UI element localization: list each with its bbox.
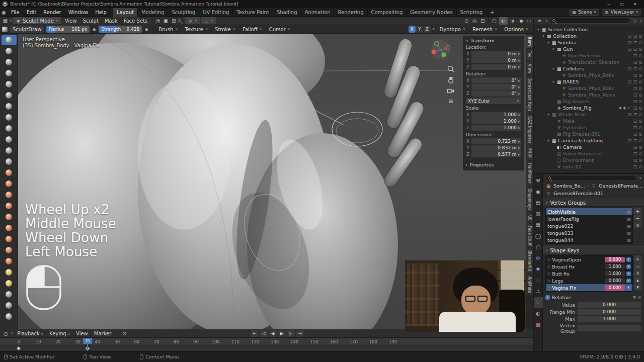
outliner-row[interactable]: ▼Male⊡⊙	[534, 118, 644, 124]
properties-tab-constraints[interactable]: ⚓	[534, 286, 543, 297]
workspace-tab-modeling[interactable]: Modeling	[138, 8, 169, 17]
render-visibility-icon[interactable]: ⊙	[638, 47, 642, 52]
vertex-group-item[interactable]: tongue044▤	[546, 236, 632, 243]
properties-options-icon[interactable]: ∨	[639, 176, 641, 180]
workspace-tab-compositing[interactable]: Compositing	[368, 8, 407, 17]
animate-decorator-icon[interactable]: ●	[518, 146, 520, 149]
filter-funnel-icon[interactable]: ▽	[632, 19, 637, 23]
viewport-menu-sculpt[interactable]: Sculpt	[80, 18, 102, 24]
properties-tab-tool[interactable]: ⚒	[534, 175, 543, 186]
menu-file[interactable]: File	[8, 8, 23, 17]
sculpt-tool-elastic-deform[interactable]	[2, 178, 17, 189]
outliner-row[interactable]: ✚Translocator Skeleton⊡⊙	[534, 59, 644, 65]
vertex-groups-panel-header[interactable]: ∨Vertex Groups	[543, 199, 644, 207]
workspace-tab-scripting[interactable]: Scripting	[457, 8, 487, 17]
dropdown-stroke[interactable]: Stroke∨	[212, 26, 238, 33]
caret-icon[interactable]: ▾	[551, 80, 556, 84]
animate-decorator-icon[interactable]: ●	[518, 85, 520, 88]
sculpt-tool-draw-face-sets[interactable]	[2, 278, 17, 289]
viewport-visibility-icon[interactable]: ⊡	[633, 158, 637, 163]
sidebar-tab-item[interactable]: Item	[526, 35, 533, 48]
strength-slider[interactable]: Strength 0.428	[99, 26, 142, 33]
properties-tab-render[interactable]: ◉	[534, 187, 543, 197]
properties-tab-material[interactable]: ◐	[534, 308, 543, 319]
jump-to-end-button[interactable]: ⇥	[296, 330, 304, 337]
outliner-row[interactable]: ✚Gun Skeleton⊡⊙	[534, 52, 644, 59]
dropdown-falloff[interactable]: Falloff∨	[239, 26, 265, 33]
radius-pressure-icon[interactable]: ◉	[92, 27, 97, 32]
transform-value-field[interactable]: 0 m●	[471, 51, 521, 57]
render-visibility-icon[interactable]: ⊙	[638, 73, 642, 78]
exclude-checkbox-icon[interactable]: ☑	[628, 112, 632, 117]
sculpt-tool-draw-sharp[interactable]	[2, 46, 17, 56]
sidebar-tab-view[interactable]: View	[526, 62, 533, 75]
dropdown-dyntopo[interactable]: Dyntopo∨	[436, 26, 468, 33]
viewport-visibility-icon[interactable]: ⊡	[633, 99, 637, 104]
dropdown-options[interactable]: Options∨	[501, 26, 531, 33]
perspective-toggle-icon[interactable]: ⊞	[447, 98, 455, 106]
shape-key-mute-checkbox[interactable]: ✓	[626, 257, 631, 262]
shape-key-item[interactable]: ◇Butt fix1.000✓	[546, 270, 632, 277]
transform-orientation-dropdown[interactable]: ◎∨	[185, 17, 200, 24]
outliner-row[interactable]: ▼sofa_02⊡⊙	[534, 163, 644, 170]
transform-value-field[interactable]: 0°●	[471, 77, 521, 83]
render-visibility-icon[interactable]: ⊙	[638, 145, 642, 150]
sculpt-tool-inflate[interactable]	[2, 90, 17, 101]
sculpt-tool-draw[interactable]	[2, 35, 17, 45]
navigation-gizmo[interactable]	[430, 40, 452, 60]
timeline-menu-marker[interactable]: Marker	[91, 331, 115, 336]
transform-panel-header[interactable]: ∨Transform	[466, 38, 521, 43]
range-max-field[interactable]: 1.000	[578, 316, 641, 322]
sculpt-tool-snake-hook[interactable]	[2, 190, 17, 200]
exclude-checkbox-icon[interactable]: ☑	[628, 47, 632, 52]
viewport-visibility-icon[interactable]: ⊡	[633, 86, 637, 91]
outliner-row[interactable]: ▾▩Scene Collection	[534, 26, 644, 33]
strength-pressure-icon[interactable]: ◉	[144, 27, 149, 32]
shading-solid-button[interactable]: ◐	[499, 17, 508, 25]
shape-key-value[interactable]: 1.000	[605, 264, 625, 269]
viewport-menu-mask[interactable]: Mask	[102, 18, 121, 24]
next-keyframe-button[interactable]: ▷	[287, 330, 295, 337]
shape-key-value[interactable]: 0.000	[605, 285, 625, 291]
outliner-row[interactable]: ▼Sombra_Phys_Penis⊡⊙	[534, 92, 644, 98]
animate-decorator-icon[interactable]: ●	[518, 79, 520, 82]
render-visibility-icon[interactable]: ⊙	[638, 86, 642, 91]
render-visibility-icon[interactable]: ⊙	[638, 125, 642, 130]
dropdown-texture[interactable]: Texture∨	[182, 26, 211, 33]
brush-preview-icon[interactable]	[2, 27, 8, 32]
play-button[interactable]: ▶	[278, 330, 286, 337]
workspace-tab-texture-paint[interactable]: Texture Paint	[233, 8, 273, 17]
viewport-visibility-icon[interactable]: ⊡	[633, 79, 637, 84]
properties-tab-physics[interactable]: ◌	[534, 275, 543, 286]
camera-view-icon[interactable]	[447, 87, 455, 95]
shape-key-item[interactable]: ◇Vagina Fix0.000✓	[546, 284, 632, 291]
timeline-menu-view[interactable]: View	[73, 331, 91, 336]
workspace-tab-shading[interactable]: Shading	[273, 8, 301, 17]
specials-button[interactable]: ∨	[634, 269, 641, 276]
viewport-visibility-icon[interactable]: ⊡	[633, 47, 637, 52]
breadcrumb-object[interactable]: Sombra_Bo...	[553, 183, 585, 189]
vertex-group-item[interactable]: ClothVisible▤	[546, 208, 632, 215]
viewport-visibility-icon[interactable]: ⊡	[633, 106, 637, 111]
animate-decorator-icon[interactable]: ●	[518, 140, 520, 143]
properties-tab-scene[interactable]: ▦	[534, 220, 543, 230]
transform-value-field[interactable]: 0 m●	[471, 64, 521, 70]
render-visibility-icon[interactable]: ⊙	[638, 66, 642, 71]
outliner-row[interactable]: ▾▦Collection☑⊡⊙	[534, 33, 644, 39]
dropdown-cursor[interactable]: Cursor∨	[266, 26, 293, 33]
render-visibility-icon[interactable]: ⊙	[638, 34, 642, 39]
outliner-row[interactable]: ▦Rig Shapes⊡⊙	[534, 98, 644, 105]
sidebar-tab-hairmaker[interactable]: HairMaker	[526, 161, 533, 186]
viewport-visibility-icon[interactable]: ⊡	[633, 112, 637, 117]
properties-tab-output[interactable]: ▤	[534, 198, 543, 208]
viewport-menu-view[interactable]: View	[62, 18, 80, 24]
vertex-group-item[interactable]: tongue022▤	[546, 222, 632, 229]
relative-checkbox[interactable]: ✓	[545, 295, 550, 300]
timeline-editor-icon[interactable]: ◷	[2, 331, 10, 336]
add-workspace-button[interactable]: +	[487, 8, 498, 17]
outliner-editor-icon[interactable]: ≡	[536, 18, 543, 24]
properties-tab-texture[interactable]: ▩	[534, 319, 543, 330]
caret-icon[interactable]: ▾	[536, 28, 541, 32]
sculpt-tool-flatten[interactable]	[2, 134, 17, 145]
caret-icon[interactable]: ▾	[551, 67, 556, 71]
